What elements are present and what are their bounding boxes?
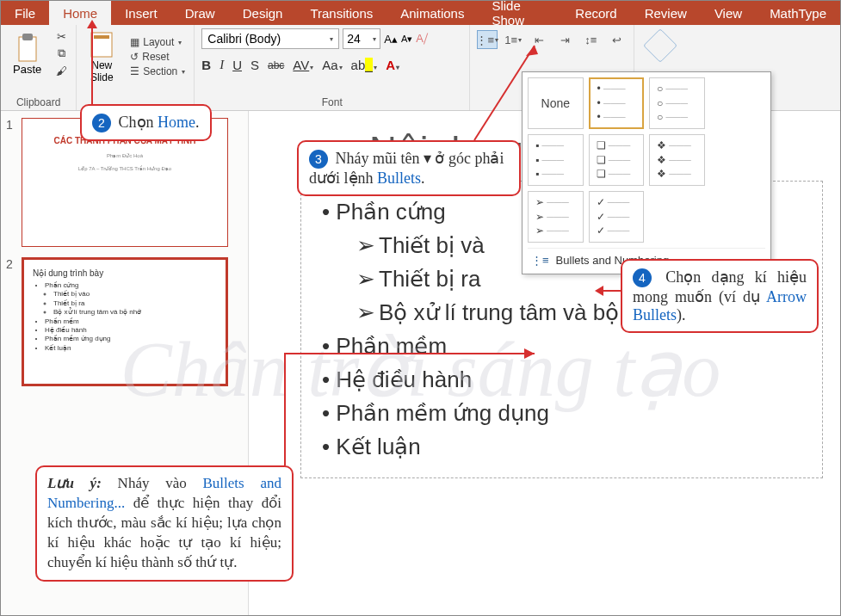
clear-formatting-icon[interactable]: A⧸ — [416, 32, 428, 46]
ribbon-tabs: File Home Insert Draw Design Transitions… — [1, 1, 840, 25]
svg-rect-3 — [94, 35, 109, 39]
bullet-option-star[interactable]: ❖❖❖ — [649, 134, 705, 186]
bullet-option-arrow[interactable]: ➢➢➢ — [528, 191, 584, 243]
font-group-label: Font — [201, 95, 462, 108]
callout-keyword: Home — [158, 114, 195, 131]
tab-slideshow[interactable]: Slide Show — [478, 1, 561, 25]
layout-button[interactable]: ▦Layout▾ — [128, 35, 187, 49]
bold-button[interactable]: B — [201, 58, 211, 72]
tab-design[interactable]: Design — [229, 1, 297, 25]
clipboard-group-label: Clipboard — [8, 95, 69, 108]
svg-rect-1 — [22, 34, 33, 40]
tab-file[interactable]: File — [1, 1, 49, 25]
font-size-combo[interactable]: 24▾ — [343, 28, 380, 49]
shapes-icon[interactable] — [643, 28, 677, 63]
list-item: Hệ điều hành — [45, 326, 217, 335]
step-number: 3 — [309, 150, 328, 169]
callout-step-3: 3 Nháy mũi tên ▾ ở góc phải dưới lệnh Bu… — [297, 140, 521, 196]
bullet-option-check[interactable]: ✓✓✓ — [589, 191, 645, 243]
list-icon: ⋮≡ — [531, 254, 549, 267]
clipboard-icon — [15, 32, 40, 63]
tab-draw[interactable]: Draw — [171, 1, 229, 25]
tab-review[interactable]: Review — [631, 1, 701, 25]
step-number: 2 — [92, 114, 111, 132]
list-item: Phần mềm — [45, 317, 217, 326]
svg-marker-5 — [526, 46, 538, 56]
increase-indent-icon[interactable]: ⇥ — [554, 30, 575, 49]
reset-icon: ↺ — [130, 51, 139, 63]
change-case-button[interactable]: Aa▾ — [322, 58, 342, 72]
group-slides: New Slide ▦Layout▾ ↺Reset ☰Section▾ — [77, 25, 195, 110]
paste-button[interactable]: Paste — [8, 30, 46, 77]
font-size-value: 24 — [347, 32, 361, 46]
thumb1-sub2: Lớp 7A – Trường THCS Trần Hưng Đạo — [31, 165, 219, 171]
callout-step-2: 2 Chọn Home. — [80, 104, 212, 141]
note-lead: Lưu ý: — [47, 475, 102, 491]
copy-icon[interactable]: ⧉ — [53, 46, 69, 61]
tab-animations[interactable]: Animations — [386, 1, 478, 25]
underline-button[interactable]: U — [232, 58, 242, 72]
new-slide-label: New Slide — [90, 59, 114, 83]
tab-record[interactable]: Record — [561, 1, 630, 25]
char-spacing-button[interactable]: AV▾ — [293, 58, 313, 72]
svg-rect-0 — [19, 37, 36, 61]
strike-button[interactable]: abc — [268, 59, 284, 71]
font-name-value: Calibri (Body) — [207, 32, 281, 46]
decrease-font-icon[interactable]: A▾ — [401, 34, 412, 45]
svg-line-4 — [474, 46, 535, 140]
tab-view[interactable]: View — [701, 1, 756, 25]
font-name-combo[interactable]: Calibri (Body)▾ — [201, 28, 339, 49]
callout-note: Lưu ý: Nháy vào Bullets and Numbering...… — [35, 465, 294, 582]
cut-icon[interactable]: ✂ — [53, 28, 69, 44]
thumb1-sub1: Phạm Đức Hoà — [31, 152, 219, 158]
bullet-option-hollow-circle[interactable]: ○○○ — [649, 77, 705, 129]
reset-label: Reset — [142, 51, 169, 63]
bullets-gallery: None ••• ○○○ ▪▪▪ ❏❏❏ ❖❖❖ ➢➢➢ ✓✓✓ ⋮≡ Bull… — [522, 71, 771, 274]
arrow-head-icon — [595, 286, 603, 296]
annotation-arrow — [91, 27, 93, 104]
reset-button[interactable]: ↺Reset — [128, 50, 187, 64]
list-item: Bộ xử lí trung tâm và bộ nhớ — [53, 308, 217, 317]
section-label: Section — [143, 65, 177, 77]
section-button[interactable]: ☰Section▾ — [128, 65, 187, 78]
tab-home[interactable]: Home — [49, 1, 111, 25]
ribbon: Paste ✂ ⧉ 🖌 Clipboard New Slide ▦Layout▾… — [1, 25, 840, 111]
tab-transitions[interactable]: Transitions — [296, 1, 386, 25]
list-item: Thiết bị vào — [53, 290, 217, 299]
shadow-button[interactable]: S — [250, 58, 259, 72]
step-number: 4 — [633, 268, 652, 287]
arrow-head-icon — [87, 20, 97, 28]
layout-label: Layout — [143, 36, 174, 48]
thumb-number: 2 — [6, 257, 16, 386]
new-slide-button[interactable]: New Slide — [83, 28, 120, 85]
callout-text: Chọn — [119, 114, 158, 131]
group-clipboard: Paste ✂ ⧉ 🖌 Clipboard — [1, 25, 77, 110]
callout-keyword: Bullets — [377, 169, 421, 187]
bullet-option-filled-circle[interactable]: ••• — [589, 77, 645, 129]
paste-label: Paste — [13, 63, 41, 76]
line-spacing-icon[interactable]: ↕≡ — [580, 30, 601, 49]
slide-thumbnail-2[interactable]: Nội dung trình bày Phần cứng Thiết bị và… — [22, 257, 228, 386]
tab-insert[interactable]: Insert — [111, 1, 171, 25]
list-item: Phần cứng — [45, 281, 217, 290]
list-item: Kết luận — [45, 344, 217, 353]
callout-step-4: 4 Chọn dạng kí hiệu mong muốn (ví dụ Arr… — [621, 259, 819, 333]
increase-font-icon[interactable]: A▴ — [384, 33, 398, 46]
thumb-number: 1 — [6, 118, 16, 247]
thumb2-title: Nội dung trình bày — [33, 268, 217, 278]
italic-button[interactable]: I — [220, 58, 224, 72]
layout-icon: ▦ — [130, 36, 139, 48]
bullet-option-hollow-square[interactable]: ❏❏❏ — [589, 134, 645, 186]
format-painter-icon[interactable]: 🖌 — [53, 63, 69, 78]
section-icon: ☰ — [130, 65, 139, 77]
list-item: Thiết bị ra — [53, 299, 217, 308]
annotation-arrow — [276, 345, 552, 474]
callout-text: Nháy vào — [102, 475, 203, 491]
highlight-button[interactable]: ab⎯▾ — [351, 58, 378, 72]
tab-mathtype[interactable]: MathType — [756, 1, 840, 25]
text-direction-icon[interactable]: ↩ — [606, 30, 627, 49]
list-item: Phần mềm ứng dụng — [45, 335, 217, 343]
group-font: Calibri (Body)▾ 24▾ A▴ A▾ A⧸ B I U S abc… — [195, 25, 470, 110]
annotation-arrow — [466, 37, 552, 149]
font-color-button[interactable]: A▾ — [386, 58, 399, 72]
